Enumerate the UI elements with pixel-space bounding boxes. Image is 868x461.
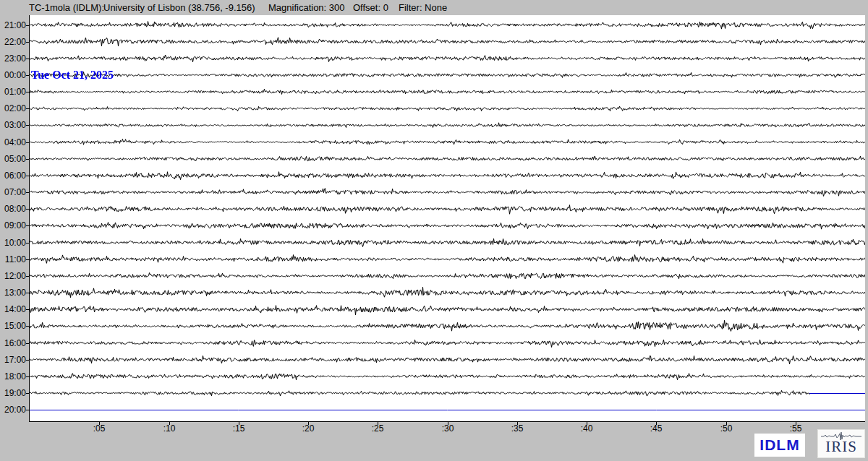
hour-tick [26,410,29,410]
hour-label: 08:00 [0,204,26,214]
station-name-label: TC-1mola (IDLM): [29,2,104,13]
hour-label: 03:00 [0,120,26,130]
minute-label: :15 [226,423,251,434]
idlm-logo-text: IDLM [760,436,799,454]
hour-label: 19:00 [0,388,26,398]
filter-setting-label: Filter: None [399,2,447,13]
date-label: Tue Oct 21, 2025 [31,69,114,82]
hour-tick [26,360,29,361]
minute-label: :55 [783,423,808,434]
hour-label: 17:00 [0,355,26,365]
hour-tick [26,142,29,143]
minute-label: :20 [296,423,320,434]
hour-label: 23:00 [0,53,26,64]
hour-tick [26,326,29,327]
hour-tick [26,25,29,26]
hour-label: 00:00 [0,70,26,80]
idlm-logo[interactable]: IDLM [754,434,805,457]
hour-tick [26,176,29,176]
hour-label: 22:00 [0,37,26,47]
hour-label: 05:00 [0,154,26,164]
iris-logo-text: IRIS [825,439,857,454]
minute-label: :40 [574,423,599,434]
hour-tick [26,225,29,226]
minute-label: :45 [644,423,668,434]
hour-tick [26,159,29,160]
minute-label: :50 [714,423,739,434]
hour-label: 01:00 [0,87,26,97]
hour-label: 21:00 [0,20,26,30]
hour-tick [26,92,29,92]
hour-label: 02:00 [0,103,26,113]
hour-tick [26,42,29,43]
minute-label: :30 [435,423,460,434]
magnification-setting-label: Magnification: 300 [268,2,345,13]
hour-tick [26,376,29,377]
hour-label: 16:00 [0,338,26,348]
hour-tick [26,108,29,109]
hour-label: 13:00 [0,288,26,298]
station-location-label: University of Lisbon (38.756, -9.156) [103,2,255,13]
hour-tick [26,393,29,394]
hour-tick [26,59,29,59]
helicorder-plot-area[interactable] [29,15,865,422]
seismogram-traces-canvas[interactable] [30,15,865,421]
hour-label: 20:00 [0,405,26,415]
hour-label: 04:00 [0,137,26,147]
hour-label: 10:00 [0,238,26,248]
hour-tick [26,125,29,126]
minute-label: :10 [157,423,182,434]
hour-tick [26,276,29,277]
hour-tick [26,343,29,344]
offset-setting-label: Offset: 0 [353,2,388,13]
hour-label: 12:00 [0,271,26,281]
hour-label: 09:00 [0,220,26,231]
hour-tick [26,192,29,193]
hour-label: 11:00 [0,254,26,264]
hour-label: 18:00 [0,371,26,382]
minute-label: :05 [87,423,111,434]
hour-label: 15:00 [0,321,26,331]
hour-label: 14:00 [0,304,26,314]
hour-label: 06:00 [0,171,26,181]
hour-tick [26,293,29,293]
hour-label: 07:00 [0,187,26,197]
hour-tick [26,259,29,260]
hour-tick [26,75,29,76]
minute-label: :35 [505,423,529,434]
minute-label: :25 [365,423,390,434]
hour-tick [26,309,29,310]
helicorder-window: TC-1mola (IDLM): University of Lisbon (3… [0,0,868,461]
hour-tick [26,209,29,210]
iris-logo[interactable]: IRIS [817,429,865,458]
hour-tick [26,243,29,244]
